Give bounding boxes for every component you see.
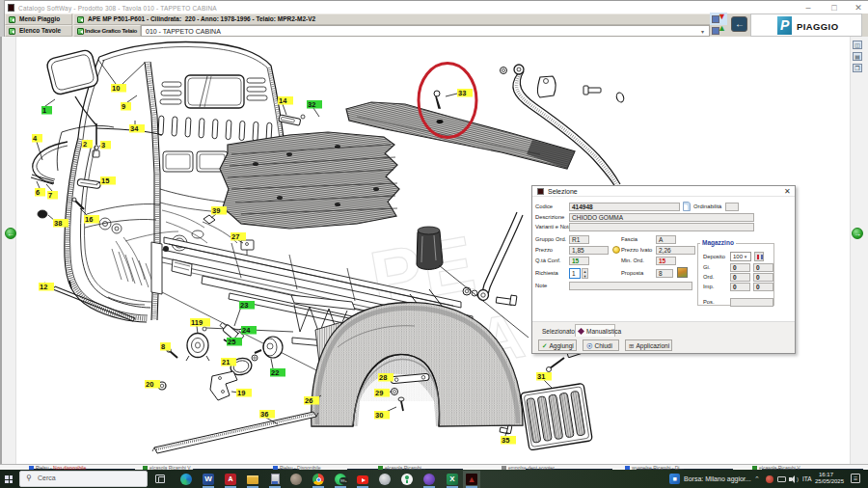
svg-text:33: 33 <box>458 89 466 97</box>
svg-text:14: 14 <box>279 96 287 105</box>
svg-text:34: 34 <box>130 124 139 133</box>
svg-text:15: 15 <box>101 176 109 185</box>
svg-text:2: 2 <box>83 140 87 149</box>
svg-text:29: 29 <box>375 389 383 397</box>
svg-text:7: 7 <box>48 191 52 200</box>
svg-text:32: 32 <box>308 100 315 109</box>
svg-text:16: 16 <box>85 215 93 224</box>
svg-text:19: 19 <box>237 389 245 397</box>
svg-text:25: 25 <box>228 338 235 346</box>
svg-text:12: 12 <box>40 283 47 291</box>
svg-text:8: 8 <box>161 342 165 351</box>
svg-text:21: 21 <box>222 358 230 366</box>
svg-text:39: 39 <box>212 206 220 215</box>
svg-text:3: 3 <box>101 141 105 149</box>
svg-text:23: 23 <box>240 301 248 310</box>
svg-text:35: 35 <box>502 436 509 445</box>
svg-text:27: 27 <box>231 232 239 241</box>
svg-text:36: 36 <box>260 410 268 419</box>
svg-text:26: 26 <box>305 396 312 405</box>
svg-text:28: 28 <box>379 373 387 382</box>
svg-text:119: 119 <box>191 318 203 327</box>
svg-text:6: 6 <box>36 188 40 197</box>
svg-text:22: 22 <box>271 368 279 377</box>
svg-text:10: 10 <box>112 84 120 93</box>
svg-text:20: 20 <box>146 380 153 389</box>
svg-text:9: 9 <box>122 102 125 111</box>
svg-text:24: 24 <box>242 326 251 335</box>
svg-text:1: 1 <box>42 106 46 115</box>
svg-text:30: 30 <box>375 411 383 420</box>
svg-text:31: 31 <box>537 372 545 381</box>
svg-text:38: 38 <box>54 219 62 228</box>
